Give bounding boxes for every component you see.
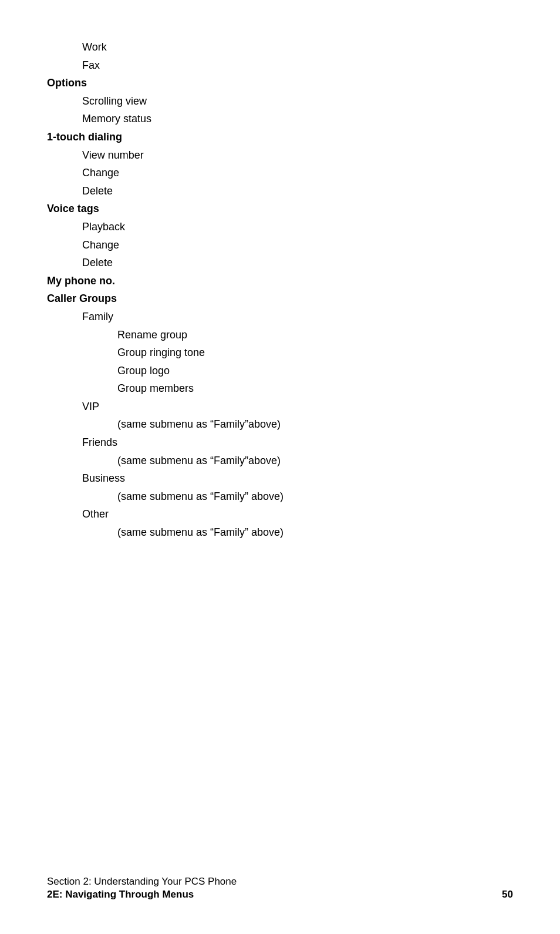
footer-section-chapter: 2E: Navigating Through Menus 50 [47,889,513,901]
menu-item: Work [47,38,513,56]
menu-item: Friends [47,434,513,452]
menu-item: Fax [47,56,513,75]
menu-item: Group members [47,379,513,398]
menu-item: Voice tags [47,200,513,218]
menu-item: Caller Groups [47,290,513,308]
menu-container: WorkFaxOptionsScrolling viewMemory statu… [47,32,513,542]
menu-item: (same submenu as “Family”above) [47,452,513,470]
footer-section-label: Section 2: Understanding Your PCS Phone [47,876,513,888]
menu-item: Change [47,164,513,182]
menu-item: View number [47,146,513,164]
menu-item: Options [47,74,513,92]
menu-item: Memory status [47,110,513,128]
menu-item: (same submenu as “Family” above) [47,488,513,506]
chapter-label: 2E: Navigating Through Menus [47,889,194,901]
menu-item: 1-touch dialing [47,128,513,146]
menu-item: Change [47,236,513,254]
menu-item: Group ringing tone [47,344,513,362]
menu-item: (same submenu as “Family”above) [47,415,513,434]
page-content: WorkFaxOptionsScrolling viewMemory statu… [0,0,560,934]
menu-item: Business [47,469,513,488]
menu-item: Delete [47,182,513,200]
menu-item: Delete [47,254,513,272]
menu-item: Other [47,505,513,523]
page-number: 50 [502,889,513,901]
menu-item: VIP [47,398,513,416]
menu-item: (same submenu as “Family” above) [47,523,513,542]
menu-item: Family [47,308,513,326]
menu-item: Group logo [47,362,513,380]
menu-item: My phone no. [47,272,513,290]
menu-item: Rename group [47,326,513,344]
footer: Section 2: Understanding Your PCS Phone … [47,876,513,902]
menu-item: Playback [47,218,513,236]
menu-item: Scrolling view [47,92,513,110]
